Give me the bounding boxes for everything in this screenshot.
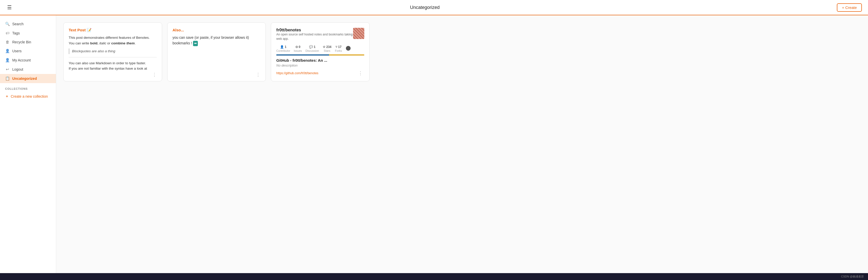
search-icon: 🔍 — [5, 22, 10, 26]
page-footer: CSDN @杨浦老苏 — [0, 273, 868, 280]
sidebar-item-recycle-bin[interactable]: 🗑 Recycle Bin — [0, 37, 56, 46]
create-button[interactable]: + Create — [837, 3, 862, 12]
text-post-title: Text Post 📝 — [69, 28, 157, 32]
sidebar-label-uncategorized: Uncategorized — [12, 76, 37, 80]
bookmark-arrow-icon: ➡ — [193, 41, 198, 46]
github-repo-name: fr0tt/benotes — [276, 28, 353, 32]
sidebar-item-my-account[interactable]: 👤 My Account — [0, 56, 56, 65]
create-button-label: + Create — [842, 5, 857, 10]
github-card: fr0tt/benotes An open source self hosted… — [271, 23, 370, 81]
github-stats: 👤 1 Contributor ⊙ 0 Issues 💬 1 Discussio… — [276, 45, 364, 52]
github-repo-description: An open source self hosted notes and boo… — [276, 32, 353, 41]
github-stat-stars: ☆ 234 Stars — [323, 45, 331, 52]
github-stat-gh-icon: ⬤ — [346, 45, 351, 52]
hamburger-icon: ☰ — [7, 5, 12, 10]
logout-icon: ↩ — [5, 67, 10, 72]
footer-credit: CSDN @杨浦老苏 — [841, 275, 864, 278]
text-post-menu-button[interactable]: ⋮ — [151, 72, 158, 77]
github-language-bar — [276, 54, 364, 56]
bookmark-card-menu-button[interactable]: ⋮ — [254, 72, 262, 77]
page-title: Uncategorized — [410, 5, 440, 10]
tags-icon: 🏷 — [5, 31, 10, 35]
uncategorized-icon: 📋 — [5, 76, 10, 81]
sidebar-label-recycle-bin: Recycle Bin — [12, 40, 31, 44]
github-stat-issues: ⊙ 0 Issues — [294, 45, 302, 52]
github-url-link[interactable]: https://github.com/fr0tt/benotes — [276, 71, 318, 75]
github-stat-forks: ⑂ 17 Forks — [335, 45, 342, 52]
blockquote: Blockquotes are also a thing — [69, 48, 157, 54]
sidebar-label-my-account: My Account — [12, 58, 31, 62]
text-post-body: This post demonstrates different feature… — [69, 35, 157, 71]
sidebar-label-search: Search — [12, 22, 24, 26]
sidebar-item-search[interactable]: 🔍 Search — [0, 20, 56, 29]
sidebar-label-logout: Logout — [12, 67, 23, 71]
main-content: Text Post 📝 This post demonstrates diffe… — [56, 15, 868, 273]
add-collection-icon: ＋ — [5, 94, 9, 99]
github-no-description: No description — [276, 64, 364, 67]
bookmark-card-title: Also... — [173, 28, 261, 32]
sidebar: 🔍 Search 🏷 Tags 🗑 Recycle Bin 👤 Users 👤 … — [0, 15, 56, 273]
github-avatar — [353, 28, 364, 39]
github-repo-name-part: benotes — [285, 28, 301, 32]
github-repo-name-block: fr0tt/benotes An open source self hosted… — [276, 28, 353, 44]
sidebar-label-tags: Tags — [12, 31, 20, 35]
github-link-title: GitHub - fr0tt/benotes: An ... — [276, 58, 364, 63]
sidebar-item-logout[interactable]: ↩ Logout — [0, 65, 56, 74]
navbar: ☰ Uncategorized + Create — [0, 0, 868, 15]
github-repo-owner: fr0tt/ — [276, 28, 285, 32]
bookmark-card-body: you can save (or paste, if your browser … — [173, 35, 261, 46]
bookmark-card: Also... you can save (or paste, if your … — [167, 23, 266, 81]
github-card-footer: https://github.com/fr0tt/benotes ⋮ — [276, 70, 364, 76]
sidebar-item-uncategorized[interactable]: 📋 Uncategorized — [0, 74, 56, 83]
trash-icon: 🗑 — [5, 40, 10, 44]
text-post-card: Text Post 📝 This post demonstrates diffe… — [63, 23, 162, 81]
collections-section-label: COLLECTIONS — [0, 83, 56, 92]
account-icon: 👤 — [5, 58, 10, 63]
cards-grid: Text Post 📝 This post demonstrates diffe… — [63, 23, 370, 81]
github-stat-contributor: 👤 1 Contributor — [276, 45, 290, 52]
sidebar-label-users: Users — [12, 49, 22, 53]
github-stat-discussion: 💬 1 Discussion — [306, 45, 319, 52]
sidebar-item-new-collection[interactable]: ＋ Create a new collection — [0, 92, 56, 101]
menu-button[interactable]: ☰ — [6, 3, 13, 11]
github-card-header: fr0tt/benotes An open source self hosted… — [276, 28, 364, 44]
main-layout: 🔍 Search 🏷 Tags 🗑 Recycle Bin 👤 Users 👤 … — [0, 15, 868, 273]
new-collection-label: Create a new collection — [11, 94, 48, 98]
github-card-menu-button[interactable]: ⋮ — [356, 70, 364, 76]
sidebar-item-tags[interactable]: 🏷 Tags — [0, 29, 56, 37]
sidebar-item-users[interactable]: 👤 Users — [0, 46, 56, 56]
users-icon: 👤 — [5, 49, 10, 53]
